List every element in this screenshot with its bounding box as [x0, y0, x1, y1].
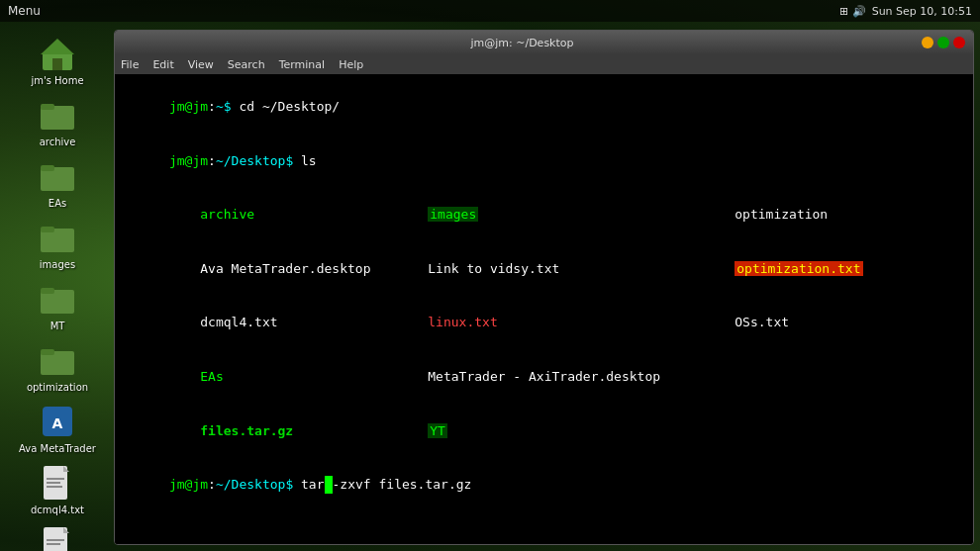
desktop-icon-archive[interactable]: archive: [13, 93, 102, 150]
home-icon-label: jm's Home: [31, 75, 83, 87]
ls-item-optimization: optimization: [657, 188, 965, 242]
ls-col-3: optimization optimization.txt OSs.txt: [657, 188, 965, 458]
ls-item-empty: [657, 350, 965, 368]
mt-folder-icon: [38, 279, 77, 319]
ava-metatrader-icon: A: [38, 402, 77, 441]
window-buttons: [922, 37, 965, 48]
ls-item-yt: YT: [350, 404, 657, 458]
archive-icon-label: archive: [40, 137, 76, 148]
desktop-icon-dcmql4[interactable]: dcmql4.txt: [13, 461, 102, 518]
menu-search[interactable]: Search: [228, 58, 265, 71]
terminal-titlebar: jm@jm: ~/Desktop: [115, 31, 973, 54]
ls-item-link-vidsy: Link to vidsy.txt: [350, 242, 657, 297]
ls-item-images: images: [350, 188, 657, 242]
prompt-user-3: jm@jm: [169, 477, 208, 492]
svg-text:A: A: [52, 415, 63, 431]
desktop-icon-optimization[interactable]: optimization: [13, 338, 102, 396]
dcmql4-file-icon: [38, 463, 77, 503]
prompt-user-2: jm@jm: [169, 153, 208, 168]
eas-icon-label: EAs: [49, 198, 66, 210]
svg-rect-23: [47, 543, 60, 545]
menu-terminal[interactable]: Terminal: [279, 58, 326, 71]
dcmql4-label: dcmql4.txt: [31, 505, 84, 516]
ls-item-archive: archive: [123, 188, 350, 242]
desktop-icon-jms-home[interactable]: jm's Home: [13, 32, 102, 89]
terminal-content[interactable]: jm@jm:~$ cd ~/Desktop/ jm@jm:~/Desktop$ …: [115, 74, 973, 544]
svg-rect-22: [47, 539, 64, 541]
ls-item-oss-txt: OSs.txt: [657, 296, 965, 350]
menu-edit[interactable]: Edit: [152, 58, 173, 71]
terminal-window: jm@jm: ~/Desktop File Edit View Search T…: [114, 30, 974, 545]
terminal-menubar: File Edit View Search Terminal Help: [115, 54, 973, 74]
desktop-icons-area: jm's Home archive EAs images: [0, 22, 109, 551]
svg-marker-1: [41, 39, 74, 54]
menu-file[interactable]: File: [121, 58, 139, 71]
home-icon-img: [38, 34, 77, 73]
svg-rect-8: [41, 227, 54, 232]
ls-item-optimization-txt: optimization.txt: [657, 242, 965, 297]
svg-rect-17: [47, 478, 64, 480]
desktop-icon-images[interactable]: images: [13, 216, 102, 273]
cd-command-line: jm@jm:~$ cd ~/Desktop/: [123, 80, 965, 135]
ls-col-1: archive Ava MetaTrader.desktop dcmql4.tx…: [123, 188, 350, 458]
close-button[interactable]: [953, 37, 965, 48]
images-icon-label: images: [40, 259, 75, 271]
ls-item-dcmql4: dcmql4.txt: [123, 296, 350, 350]
menu-view[interactable]: View: [188, 58, 214, 71]
prompt-user-1: jm@jm: [169, 99, 208, 114]
svg-rect-18: [47, 482, 60, 484]
ls-item-ava-metatrader: Ava MetaTrader.desktop: [123, 242, 350, 297]
desktop-icon-link-vidsy[interactable]: ↗ Link to vidsy.txt: [13, 522, 102, 551]
ls-command-line: jm@jm:~/Desktop$ ls: [123, 135, 965, 189]
clock: Sun Sep 10, 10:51: [872, 5, 972, 18]
mt-icon-label: MT: [50, 321, 65, 332]
svg-rect-2: [52, 58, 62, 70]
archive-folder-icon: [38, 95, 77, 135]
ls-item-empty2: [657, 368, 965, 386]
optimization-folder-icon: [38, 340, 77, 380]
menu-help[interactable]: Help: [339, 58, 363, 71]
ls-item-files-tar-gz: files.tar.gz: [123, 404, 350, 458]
ava-metatrader-label: Ava MetaTrader: [19, 443, 96, 455]
system-tray: ⊞ 🔊: [839, 5, 866, 18]
ls-item-metatrader-axitrader: MetaTrader - AxiTrader.desktop: [350, 350, 657, 405]
ls-col-2: images Link to vidsy.txt linux.txt MetaT…: [350, 188, 657, 458]
minimize-button[interactable]: [922, 37, 933, 48]
ls-item-linux-txt: linux.txt: [350, 296, 657, 350]
desktop-icon-eas[interactable]: EAs: [13, 154, 102, 212]
menubar-right: ⊞ 🔊 Sun Sep 10, 10:51: [839, 5, 972, 18]
desktop-icon-ava-metatrader[interactable]: A Ava MetaTrader: [13, 400, 102, 457]
ls-item-eas: EAs: [123, 350, 350, 405]
top-menubar: Menu ⊞ 🔊 Sun Sep 10, 10:51: [0, 0, 980, 22]
optimization-icon-label: optimization: [27, 382, 88, 394]
svg-rect-10: [41, 288, 54, 294]
svg-rect-4: [41, 104, 54, 110]
svg-rect-12: [41, 349, 54, 355]
tar-command-line: jm@jm:~/Desktop$ tar -zxvf files.tar.gz: [123, 458, 965, 512]
terminal-title: jm@jm: ~/Desktop: [123, 37, 922, 49]
images-folder-icon: [38, 218, 77, 257]
menu-label[interactable]: Menu: [8, 4, 41, 18]
svg-rect-19: [47, 486, 62, 488]
svg-rect-6: [41, 165, 54, 171]
desktop-icon-mt[interactable]: MT: [13, 277, 102, 334]
maximize-button[interactable]: [937, 37, 949, 48]
eas-folder-icon: [38, 156, 77, 196]
link-vidsy-icon: ↗: [38, 524, 77, 551]
ls-output-grid: archive Ava MetaTrader.desktop dcmql4.tx…: [123, 188, 965, 458]
